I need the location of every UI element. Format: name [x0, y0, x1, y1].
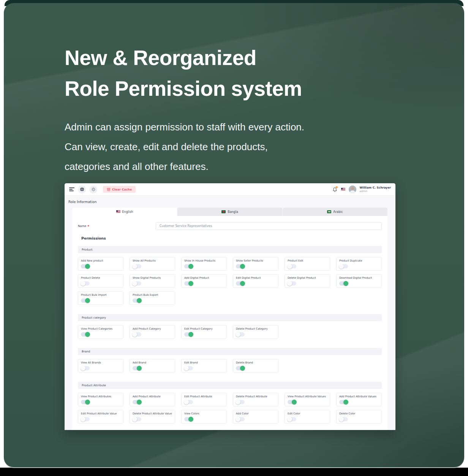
- toggle-knob: [137, 400, 142, 405]
- promo-canvas: New & ReorganizedRole Permission system …: [0, 0, 468, 476]
- permission-toggle[interactable]: [288, 264, 296, 268]
- permission-toggle[interactable]: [339, 281, 348, 286]
- user-menu[interactable]: William C. Schrayer admin: [360, 186, 391, 193]
- toggle-knob: [188, 264, 193, 269]
- permission-card: Product Delete: [78, 274, 123, 288]
- hero-description-line: categories and all other features.: [65, 157, 304, 176]
- permission-card: Add Digital Product: [181, 274, 227, 288]
- permission-section: Product categoryView Product CategoriesA…: [78, 314, 382, 339]
- permission-toggle[interactable]: [81, 264, 90, 268]
- clear-cache-icon: [107, 188, 111, 191]
- globe-button[interactable]: [78, 186, 86, 194]
- clear-cache-button[interactable]: Clear Cache: [103, 186, 136, 193]
- permission-toggle[interactable]: [339, 400, 348, 404]
- permission-toggle[interactable]: [288, 417, 296, 421]
- toggle-knob: [236, 332, 240, 337]
- permission-grid: Add New productShow All ProductsShow In …: [78, 257, 382, 305]
- permission-toggle[interactable]: [236, 366, 245, 370]
- backdrop-bottom-strip: [0, 468, 468, 476]
- permission-card: Add Color: [233, 410, 278, 424]
- permission-label: Product Edit: [288, 259, 327, 262]
- toggle-knob: [240, 366, 245, 371]
- permission-label: View All Brands: [81, 361, 120, 364]
- permission-toggle[interactable]: [184, 366, 193, 370]
- menu-icon[interactable]: [69, 187, 74, 191]
- toggle-knob: [81, 281, 85, 286]
- permission-toggle[interactable]: [81, 417, 90, 421]
- permission-toggle[interactable]: [236, 264, 245, 268]
- permission-card: Show Digital Products: [130, 274, 175, 288]
- globe-icon: [80, 187, 84, 192]
- permission-toggle[interactable]: [133, 417, 141, 421]
- role-name-input[interactable]: [156, 222, 382, 230]
- permission-label: Product Delete: [81, 276, 120, 279]
- settings-button[interactable]: [89, 186, 97, 194]
- hero-title-line2: Role Permission system: [65, 77, 302, 100]
- user-role: admin: [360, 190, 391, 193]
- language-flag-us-icon[interactable]: [341, 188, 345, 191]
- hero-title-line1: New & Reorganized: [65, 46, 256, 70]
- permission-toggle[interactable]: [133, 366, 141, 370]
- permission-toggle[interactable]: [184, 400, 193, 404]
- permission-toggle[interactable]: [236, 332, 245, 336]
- permission-card: Show Seller Products: [233, 257, 278, 271]
- permission-section: Product AttributeView Product Attributes…: [78, 382, 382, 424]
- permission-card: Delete Product Attribute: [233, 393, 278, 406]
- permission-toggle[interactable]: [133, 264, 141, 268]
- permission-card: Show All Products: [130, 257, 175, 271]
- toggle-knob: [188, 281, 193, 286]
- permission-card: Product Duplicate: [336, 257, 382, 271]
- permission-grid: View Product AttributesAdd Product Attri…: [78, 393, 382, 424]
- notifications-button[interactable]: [332, 187, 338, 192]
- permission-card: Delete Digital Product: [285, 274, 330, 288]
- permission-label: Show Digital Products: [133, 276, 172, 279]
- permission-toggle[interactable]: [81, 298, 90, 303]
- permission-card: Add Product Attribute Values: [336, 393, 382, 406]
- permission-label: View Product Attribute Values: [288, 395, 327, 398]
- permission-toggle[interactable]: [339, 264, 348, 268]
- permission-toggle[interactable]: [288, 281, 296, 286]
- admin-topbar: Clear Cache William C. Schrayer admin: [65, 183, 395, 196]
- page-title: Role Information: [65, 196, 395, 206]
- user-avatar[interactable]: [349, 186, 356, 193]
- permission-toggle[interactable]: [81, 366, 90, 370]
- gear-icon: [91, 187, 96, 192]
- permission-card: View All Brands: [78, 359, 123, 373]
- permission-toggle[interactable]: [81, 400, 90, 404]
- permission-toggle[interactable]: [81, 332, 90, 336]
- permission-card: View Product Categories: [78, 325, 123, 339]
- permission-toggle[interactable]: [236, 417, 245, 421]
- permission-toggle[interactable]: [236, 281, 245, 286]
- permission-label: View Product Attributes: [81, 395, 120, 398]
- permission-toggle[interactable]: [184, 264, 193, 268]
- section-header: Product category: [78, 314, 382, 321]
- permission-toggle[interactable]: [184, 417, 193, 421]
- permission-toggle[interactable]: [133, 281, 141, 286]
- permission-toggle[interactable]: [81, 281, 90, 286]
- permission-card: Delete Color: [336, 410, 382, 424]
- tab-bangla[interactable]: Bangla: [177, 208, 282, 216]
- permission-toggle[interactable]: [288, 400, 296, 404]
- permission-toggle[interactable]: [133, 298, 141, 303]
- permission-toggle[interactable]: [184, 332, 193, 336]
- permission-label: Product Bulk Import: [81, 294, 120, 297]
- permission-toggle[interactable]: [236, 400, 245, 404]
- permission-label: Add Color: [236, 412, 275, 415]
- flag-us-icon: [116, 210, 120, 213]
- permission-toggle[interactable]: [339, 417, 348, 421]
- tab-english[interactable]: English: [72, 208, 177, 216]
- permission-toggle[interactable]: [133, 332, 141, 336]
- permission-label: Delete Color: [339, 412, 379, 415]
- toggle-knob: [132, 332, 137, 337]
- toggle-knob: [343, 281, 348, 286]
- permission-toggle[interactable]: [184, 281, 193, 286]
- permission-grid: View Product CategoriesAdd Product Categ…: [78, 325, 382, 339]
- hero-description: Admin can assign permission to staff wit…: [65, 117, 304, 176]
- permission-toggle[interactable]: [133, 400, 141, 404]
- permission-label: Edit Product Category: [184, 327, 224, 330]
- toggle-knob: [184, 400, 189, 405]
- tab-arabic[interactable]: Arabic: [283, 208, 387, 216]
- permission-label: Show In House Products: [184, 259, 224, 262]
- toggle-knob: [287, 417, 292, 422]
- permission-card: Add Product Category: [130, 325, 175, 339]
